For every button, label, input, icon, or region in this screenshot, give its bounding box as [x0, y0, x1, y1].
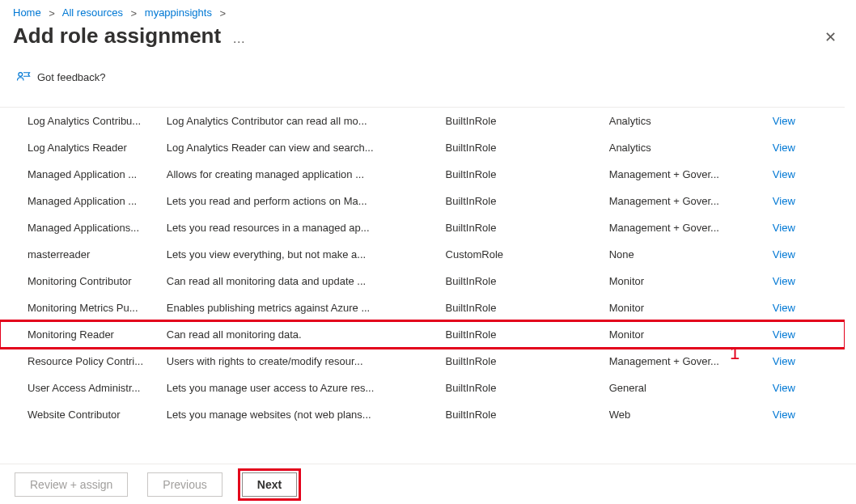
role-view-cell: View: [768, 321, 845, 348]
table-row[interactable]: Managed Application ...Lets you read and…: [0, 188, 845, 214]
role-type-cell: BuiltInRole: [441, 161, 604, 188]
view-link[interactable]: View: [773, 222, 795, 234]
role-desc-cell: Can read all monitoring data and update …: [162, 268, 441, 294]
close-icon[interactable]: ✕: [818, 22, 843, 53]
role-desc-cell: Lets you read resources in a managed ap.…: [162, 214, 441, 241]
view-link[interactable]: View: [773, 382, 795, 394]
role-type-cell: CustomRole: [441, 241, 604, 268]
role-desc-cell: Log Analytics Contributor can read all m…: [162, 108, 441, 134]
breadcrumb-all-resources[interactable]: All resources: [62, 6, 123, 19]
role-category-cell: None: [604, 241, 768, 268]
role-name-cell: Website Contributor: [0, 401, 162, 428]
role-view-cell: View: [768, 268, 845, 294]
role-category-cell: Management + Gover...: [604, 161, 768, 188]
role-name-cell: masterreader: [0, 241, 162, 268]
breadcrumb-resource[interactable]: myappinsights: [145, 6, 212, 19]
role-name-cell: Log Analytics Contribu...: [0, 108, 162, 134]
previous-button[interactable]: Previous: [147, 472, 222, 497]
role-type-cell: BuiltInRole: [441, 321, 604, 348]
role-name-cell: User Access Administr...: [0, 375, 162, 401]
role-category-cell: Management + Gover...: [604, 348, 768, 375]
view-link[interactable]: View: [773, 168, 795, 180]
table-row[interactable]: Website ContributorLets you manage websi…: [0, 401, 845, 428]
wizard-footer: Review + assign Previous Next: [0, 464, 856, 504]
role-view-cell: View: [768, 375, 845, 401]
role-category-cell: Monitor: [604, 321, 768, 348]
roles-table-viewport[interactable]: Log Analytics Contribu...Log Analytics C…: [0, 107, 845, 464]
role-name-cell: Monitoring Contributor: [0, 268, 162, 294]
role-view-cell: View: [768, 294, 845, 321]
role-name-cell: Monitoring Reader: [0, 321, 162, 348]
view-link[interactable]: View: [773, 115, 795, 127]
role-category-cell: Monitor: [604, 268, 768, 294]
view-link[interactable]: View: [773, 248, 795, 260]
chevron-right-icon: >: [220, 7, 227, 19]
svg-point-0: [19, 73, 23, 77]
role-category-cell: Monitor: [604, 294, 768, 321]
role-desc-cell: Lets you manage user access to Azure res…: [162, 375, 441, 401]
annotation-1: 1: [730, 343, 739, 364]
role-category-cell: Analytics: [604, 108, 768, 134]
chevron-right-icon: >: [131, 7, 138, 19]
role-name-cell: Managed Application ...: [0, 161, 162, 188]
view-link[interactable]: View: [773, 195, 795, 207]
table-row[interactable]: Monitoring ReaderCan read all monitoring…: [0, 321, 845, 348]
breadcrumb: Home > All resources > myappinsights >: [0, 0, 856, 19]
table-row[interactable]: Monitoring ContributorCan read all monit…: [0, 268, 845, 294]
view-link[interactable]: View: [773, 302, 795, 314]
role-category-cell: Web: [604, 401, 768, 428]
role-type-cell: BuiltInRole: [441, 294, 604, 321]
role-type-cell: BuiltInRole: [441, 134, 604, 161]
role-type-cell: BuiltInRole: [441, 401, 604, 428]
feedback-label: Got feedback?: [37, 71, 106, 83]
role-category-cell: General: [604, 375, 768, 401]
roles-table: Log Analytics Contribu...Log Analytics C…: [0, 108, 845, 428]
table-row[interactable]: Log Analytics Contribu...Log Analytics C…: [0, 108, 845, 134]
table-row[interactable]: Resource Policy Contri...Users with righ…: [0, 348, 845, 375]
feedback-link[interactable]: Got feedback?: [0, 55, 856, 92]
role-desc-cell: Users with rights to create/modify resou…: [162, 348, 441, 375]
role-name-cell: Managed Applications...: [0, 214, 162, 241]
role-desc-cell: Enables publishing metrics against Azure…: [162, 294, 441, 321]
role-desc-cell: Allows for creating managed application …: [162, 161, 441, 188]
table-row[interactable]: Managed Applications...Lets you read res…: [0, 214, 845, 241]
review-assign-button[interactable]: Review + assign: [15, 472, 128, 497]
role-category-cell: Management + Gover...: [604, 188, 768, 214]
role-category-cell: Analytics: [604, 134, 768, 161]
table-row[interactable]: User Access Administr...Lets you manage …: [0, 375, 845, 401]
role-view-cell: View: [768, 241, 845, 268]
role-name-cell: Managed Application ...: [0, 188, 162, 214]
role-view-cell: View: [768, 161, 845, 188]
role-type-cell: BuiltInRole: [441, 188, 604, 214]
table-row[interactable]: masterreaderLets you view everything, bu…: [0, 241, 845, 268]
table-row[interactable]: Monitoring Metrics Pu...Enables publishi…: [0, 294, 845, 321]
role-category-cell: Management + Gover...: [604, 214, 768, 241]
role-desc-cell: Lets you view everything, but not make a…: [162, 241, 441, 268]
view-link[interactable]: View: [773, 328, 795, 341]
feedback-icon: [16, 70, 31, 84]
role-name-cell: Resource Policy Contri...: [0, 348, 162, 375]
chevron-right-icon: >: [49, 7, 55, 19]
view-link[interactable]: View: [773, 142, 795, 154]
table-row[interactable]: Log Analytics ReaderLog Analytics Reader…: [0, 134, 845, 161]
role-name-cell: Monitoring Metrics Pu...: [0, 294, 162, 321]
next-button[interactable]: Next: [242, 472, 297, 497]
role-view-cell: View: [768, 348, 845, 375]
view-link[interactable]: View: [773, 355, 795, 367]
role-view-cell: View: [768, 401, 845, 428]
role-desc-cell: Lets you manage websites (not web plans.…: [162, 401, 441, 428]
role-view-cell: View: [768, 134, 845, 161]
page-title: Add role assignment: [13, 23, 221, 49]
view-link[interactable]: View: [773, 409, 795, 421]
role-type-cell: BuiltInRole: [441, 348, 604, 375]
role-view-cell: View: [768, 188, 845, 214]
role-view-cell: View: [768, 214, 845, 241]
more-actions-icon[interactable]: …: [232, 32, 246, 46]
role-desc-cell: Lets you read and perform actions on Ma.…: [162, 188, 441, 214]
table-row[interactable]: Managed Application ...Allows for creati…: [0, 161, 845, 188]
view-link[interactable]: View: [773, 275, 795, 287]
role-desc-cell: Log Analytics Reader can view and search…: [162, 134, 441, 161]
role-type-cell: BuiltInRole: [441, 375, 604, 401]
breadcrumb-home[interactable]: Home: [13, 6, 41, 19]
role-view-cell: View: [768, 108, 845, 134]
